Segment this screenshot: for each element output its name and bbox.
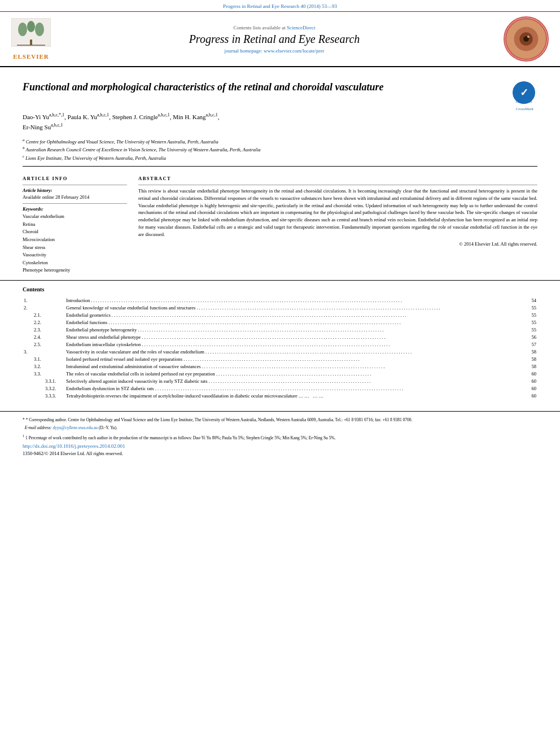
article-info-abstract: Article Info Article history: Available … [23, 170, 537, 274]
elsevier-tree-icon [11, 18, 51, 53]
toc-num: 3. [23, 348, 65, 356]
journal-center-header: Contents lists available at ScienceDirec… [51, 25, 498, 54]
history-value: Available online 28 February 2014 [23, 194, 127, 200]
keyword-vascular-endothelium: Vascular endothelium [23, 213, 127, 221]
divider-abstract [138, 185, 537, 185]
homepage-line: journal homepage: www.elsevier.com/locat… [51, 48, 498, 54]
citation-text: Progress in Retinal and Eye Research 40 … [223, 3, 337, 9]
toc-label: Endothelium dysfunction in STZ diabetic … [65, 385, 529, 392]
journal-title: Progress in Retinal and Eye Research [51, 33, 498, 46]
toc-page: 55 [529, 312, 537, 319]
toc-row: 2.2. Endothelial functions .............… [23, 319, 537, 326]
toc-row: 1. Introduction ........................… [23, 297, 537, 304]
issn-line: 1350-9462/© 2014 Elsevier Ltd. All right… [23, 451, 537, 456]
svg-point-2 [27, 21, 35, 32]
toc-num: 2.5. [23, 341, 65, 348]
contents-section: Contents 1. Introduction ...............… [0, 281, 560, 405]
toc-page: 55 [529, 304, 537, 312]
keyword-phenotype-heterogeneity: Phenotype heterogeneity [23, 267, 127, 274]
toc-page: 55 [529, 326, 537, 334]
toc-num: 2.3. [23, 326, 65, 334]
authors-line: Dao-Yi Yua,b,c,*,1, Paula K. Yua,b,c,1, … [23, 112, 537, 133]
abstract-heading: Abstract [138, 176, 537, 181]
email-label: E-mail address: [25, 425, 52, 430]
toc-row: 3.3.1. Selectively altered agonist induc… [23, 378, 537, 385]
toc-page: 60 [529, 378, 537, 385]
keyword-microcirculation: Microcirculation [23, 236, 127, 244]
journal-logo-right [498, 16, 549, 62]
toc-num: 2.4. [23, 334, 65, 341]
toc-label: Isolated perfused retinal vessel and iso… [65, 356, 529, 363]
toc-page: 60 [529, 385, 537, 392]
contents-heading: Contents [23, 286, 537, 292]
keywords-label: Keywords: [23, 206, 127, 212]
toc-num: 2.2. [23, 319, 65, 326]
toc-num: 1. [23, 297, 65, 304]
toc-label: Selectively altered agonist induced vaso… [65, 378, 529, 385]
email-link[interactable]: dyyu@cyllene.uwa.edu.au [53, 425, 98, 430]
svg-point-1 [18, 23, 27, 36]
journal-header: ELSEVIER Contents lists available at Sci… [0, 12, 560, 67]
divider-article-info [23, 185, 127, 185]
article-info-column: Article Info Article history: Available … [23, 170, 127, 274]
toc-num: 3.3.1. [23, 378, 65, 385]
divider-main [23, 166, 537, 167]
svg-point-3 [35, 23, 44, 36]
toc-row: 3.3. The roles of vascular endothelial c… [23, 370, 537, 378]
toc-label: General knowledge of vascular endothelia… [65, 304, 529, 312]
abstract-text: This review is about vascular endothelia… [138, 187, 537, 238]
svg-point-10 [527, 36, 530, 38]
toc-row: 3.3.3. Tetrahydrobiopterin reverses the … [23, 392, 537, 400]
sciencedirect-link[interactable]: ScienceDirect [287, 25, 315, 30]
toc-page: 57 [529, 341, 537, 348]
svg-text:✓: ✓ [520, 87, 528, 98]
divider-keywords [23, 203, 127, 204]
toc-row: 3. Vasoactivity in ocular vasculature an… [23, 348, 537, 356]
toc-page: 54 [529, 297, 537, 304]
svg-text:CrossMark: CrossMark [515, 100, 532, 103]
toc-label: The roles of vascular endothelial cells … [65, 370, 529, 378]
crossmark-icon: ✓ CrossMark [512, 81, 536, 104]
corresponding-author-note: * * Corresponding author. Centre for Oph… [23, 417, 537, 423]
crossmark-label: CrossMark [512, 107, 537, 111]
keyword-retina: Retina [23, 221, 127, 229]
toc-page: 58 [529, 363, 537, 370]
elsevier-logo: ELSEVIER [11, 18, 51, 60]
toc-row: 2.1. Endothelial geometrics ............… [23, 312, 537, 319]
contents-available-line: Contents lists available at ScienceDirec… [51, 25, 498, 30]
toc-row: 2.5. Endothelium intracellular cytoskele… [23, 341, 537, 348]
keyword-shear-stress: Shear stress [23, 244, 127, 252]
toc-row: 2.4. Shear stress and endothelial phenot… [23, 334, 537, 341]
toc-num: 3.2. [23, 363, 65, 370]
toc-num: 3.1. [23, 356, 65, 363]
article-title: Functional and morphological characteris… [23, 81, 512, 94]
toc-num: 3.3.3. [23, 392, 65, 400]
top-citation-bar: Progress in Retinal and Eye Research 40 … [0, 0, 560, 12]
toc-label: Introduction ...........................… [65, 297, 529, 304]
toc-row: 3.1. Isolated perfused retinal vessel an… [23, 356, 537, 363]
toc-label: Endothelial phenotype heterogeneity ....… [65, 326, 529, 334]
toc-label: Intraluminal and extraluminal administra… [65, 363, 529, 370]
toc-num: 2.1. [23, 312, 65, 319]
percentage-note: 1 1 Percentage of work contributed by ea… [23, 434, 537, 441]
toc-table: 1. Introduction ........................… [23, 297, 537, 400]
toc-page: 60 [529, 370, 537, 378]
toc-page: 60 [529, 392, 537, 400]
eye-research-logo-icon [505, 17, 548, 61]
toc-label: Endothelial geometrics .................… [65, 312, 529, 319]
keywords-list: Vascular endothelium Retina Choroid Micr… [23, 213, 127, 274]
toc-row: 2. General knowledge of vascular endothe… [23, 304, 537, 312]
keyword-vasoactivity: Vasoactivity [23, 251, 127, 259]
toc-label: Shear stress and endothelial phenotype .… [65, 334, 529, 341]
toc-num: 3.3.2. [23, 385, 65, 392]
history-label: Article history: [23, 187, 127, 193]
copyright-line: © 2014 Elsevier Ltd. All rights reserved… [138, 241, 537, 247]
toc-row: 3.2. Intraluminal and extraluminal admin… [23, 363, 537, 370]
toc-page: 58 [529, 356, 537, 363]
doi-link[interactable]: http://dx.doi.org/10.1016/j.preteyeres.2… [23, 443, 537, 449]
toc-page: 56 [529, 334, 537, 341]
homepage-link[interactable]: journal homepage: www.elsevier.com/locat… [225, 48, 325, 54]
toc-page: 55 [529, 319, 537, 326]
journal-eye-logo [504, 16, 549, 62]
toc-page: 58 [529, 348, 537, 356]
